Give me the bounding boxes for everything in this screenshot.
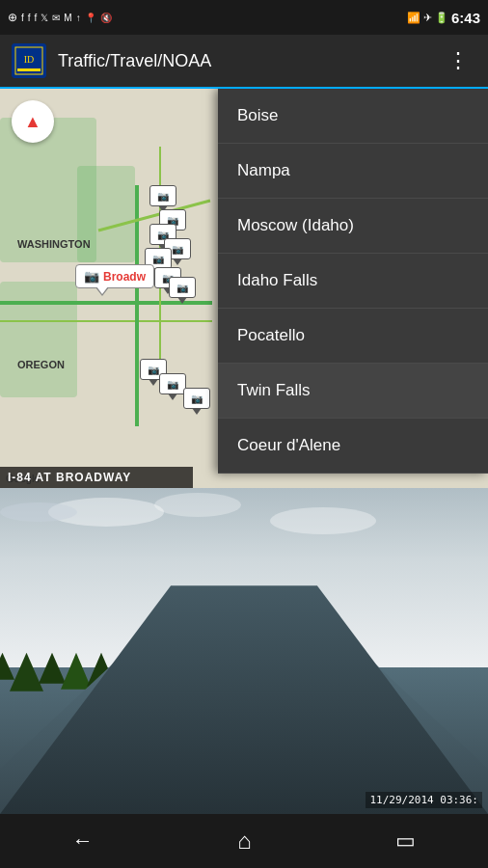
facebook-icon-1: f	[21, 13, 24, 23]
oregon-label: OREGON	[17, 359, 65, 370]
cloud	[0, 502, 77, 522]
gmail-icon: M	[64, 13, 71, 23]
camera-feed: 11/29/2014 03:36:	[0, 488, 488, 814]
compass-arrow: ▲	[24, 112, 41, 132]
camera-marker[interactable]: 📷	[149, 185, 176, 206]
idaho-flag-icon: ID	[12, 43, 46, 78]
location-icon: 📍	[85, 13, 96, 23]
menu-item-nampa[interactable]: Nampa	[218, 144, 488, 199]
menu-item-moscow[interactable]: Moscow (Idaho)	[218, 199, 488, 254]
app-bar: ID Traffic/Travel/NOAA ⋮	[0, 35, 488, 89]
menu-item-twin-falls[interactable]: Twin Falls	[218, 364, 488, 419]
status-icons-right: 📶 ✈ 🔋 6:43	[407, 10, 480, 26]
tree	[39, 653, 66, 684]
airplane-icon: ✈	[423, 12, 432, 24]
menu-item-boise[interactable]: Boise	[218, 89, 488, 144]
main-content: WASHINGTON OREGON 📷 📷 📷 📷 📷 📷 📷 📷 📷 📷 📷 …	[0, 89, 488, 814]
nav-bar: ← ⌂ ▭	[0, 814, 488, 868]
status-time: 6:43	[451, 10, 480, 26]
map-region	[0, 282, 77, 397]
status-bar: ⊕ f f f 𝕏 ✉ M ↑ 📍 🔇 📶 ✈ 🔋 6:43	[0, 0, 488, 35]
more-options-button[interactable]: ⋮	[440, 44, 476, 77]
callout-tail-inner	[96, 286, 108, 294]
camera-marker[interactable]: 📷	[183, 388, 210, 409]
compass: ▲	[12, 100, 54, 143]
dropdown-menu: Boise Nampa Moscow (Idaho) Idaho Falls P…	[218, 89, 488, 474]
callout-camera-icon: 📷	[84, 269, 99, 284]
status-icons-left: ⊕ f f f 𝕏 ✉ M ↑ 📍 🔇	[8, 11, 112, 24]
home-icon: ⌂	[237, 827, 252, 854]
cloud	[270, 507, 376, 534]
facebook-icon-3: f	[35, 13, 38, 23]
svg-text:ID: ID	[24, 54, 35, 65]
broadway-sign: I-84 AT BROADWAY	[0, 467, 193, 488]
battery-icon: 🔋	[435, 12, 448, 24]
cloud	[154, 493, 241, 517]
mute-icon: 🔇	[100, 13, 112, 23]
callout-label: Broadw	[103, 270, 146, 284]
home-button[interactable]: ⌂	[218, 820, 271, 862]
tree	[0, 653, 14, 680]
email-icon: ✉	[52, 13, 60, 23]
menu-item-coeur-dalene[interactable]: Coeur d'Alene	[218, 419, 488, 474]
camera-marker[interactable]: 📷	[169, 277, 196, 298]
washington-label: WASHINGTON	[17, 238, 91, 250]
map-road-horizontal	[0, 320, 212, 322]
back-button[interactable]: ←	[53, 821, 113, 861]
menu-item-pocatello[interactable]: Pocatello	[218, 309, 488, 364]
facebook-icon-2: f	[28, 13, 31, 23]
recent-apps-button[interactable]: ▭	[376, 821, 435, 861]
menu-item-idaho-falls[interactable]: Idaho Falls	[218, 254, 488, 309]
tree	[61, 653, 92, 690]
svg-rect-3	[17, 68, 41, 71]
camera-timestamp: 11/29/2014 03:36:	[366, 792, 482, 808]
app-title: Traffic/Travel/NOAA	[58, 51, 440, 71]
notification-icon: ⊕	[8, 11, 17, 24]
broadway-callout[interactable]: 📷 Broadw	[75, 264, 154, 288]
recent-icon: ▭	[395, 828, 416, 854]
wifi-icon: 📶	[407, 12, 420, 24]
twitter-icon: 𝕏	[41, 13, 48, 23]
tree	[10, 653, 43, 692]
camera-marker[interactable]: 📷	[159, 373, 186, 394]
upload-icon: ↑	[76, 13, 81, 23]
